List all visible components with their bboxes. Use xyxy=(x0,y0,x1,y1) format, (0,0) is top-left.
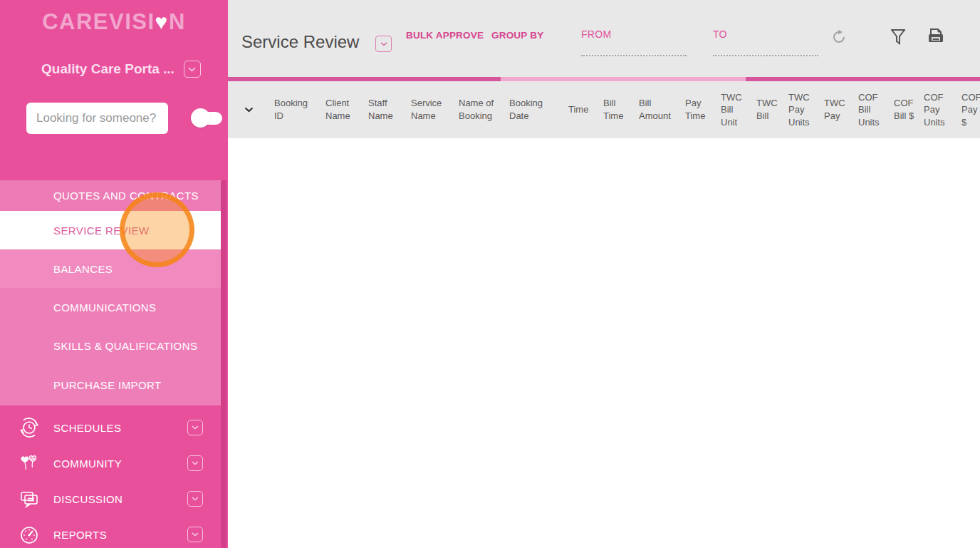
chat-bubbles-icon xyxy=(18,487,41,510)
sidebar-item-purchase-import[interactable]: PURCHASE IMPORT xyxy=(0,365,221,405)
community-expand-button[interactable] xyxy=(187,455,203,471)
sidebar-item-quotes-and-contracts[interactable]: QUOTES AND CONTRACTS xyxy=(0,180,221,211)
portal-selector[interactable]: Quality Care Porta ... xyxy=(41,61,228,78)
to-label: TO xyxy=(713,29,727,40)
sidebar-item-schedules[interactable]: SCHEDULES xyxy=(0,410,221,445)
column-header-booking-date[interactable]: Booking Date xyxy=(504,97,557,122)
column-header-pay-time[interactable]: Pay Time xyxy=(680,97,716,122)
to-date-input[interactable] xyxy=(713,43,818,56)
sidebar-item-skills-and-qualifications[interactable]: SKILLS & QUALIFICATIONS xyxy=(0,326,221,365)
sidebar-item-balances[interactable]: BALANCES xyxy=(0,249,221,288)
from-date-field: FROM xyxy=(581,28,687,56)
column-header-staff-name[interactable]: Staff Name xyxy=(363,97,406,122)
main-content: Service Review BULK APPROVE GROUP BY FRO… xyxy=(228,0,980,548)
sidebar-item-service-review[interactable]: SERVICE REVIEW xyxy=(0,211,221,249)
column-header-booking-id[interactable]: Booking ID xyxy=(269,97,320,122)
heart-balloons-icon xyxy=(18,452,41,475)
schedules-expand-button[interactable] xyxy=(187,420,203,435)
logo-text-prefix: CAREVISI xyxy=(42,9,155,34)
column-header-twc-bill-unit[interactable]: TWC Bill Unit xyxy=(716,91,751,129)
expand-all-button[interactable] xyxy=(228,107,269,113)
print-icon xyxy=(927,28,945,46)
carevision-logo: CAREVISI♥N xyxy=(0,9,228,35)
toggle-knob xyxy=(191,108,210,128)
column-header-bill-amount[interactable]: Bill Amount xyxy=(634,97,680,122)
column-header-name-of-booking[interactable]: Name of Booking xyxy=(454,97,504,122)
page-title: Service Review xyxy=(241,32,359,52)
topbar: Service Review BULK APPROVE GROUP BY FRO… xyxy=(228,0,980,77)
group-by-button[interactable]: GROUP BY xyxy=(491,30,543,41)
column-header-client-name[interactable]: Client Name xyxy=(320,97,363,122)
sidebar-bottom-nav: SCHEDULES COMMUNITY xyxy=(0,410,221,548)
filter-icon xyxy=(891,29,905,45)
sidebar-scrollbar[interactable] xyxy=(221,180,226,548)
logo-text-suffix: N xyxy=(169,9,186,34)
chevron-down-icon xyxy=(380,42,387,46)
column-header-service-name[interactable]: Service Name xyxy=(406,97,454,122)
sidebar-item-reports[interactable]: REPORTS xyxy=(0,517,221,548)
sidebar-item-label: COMMUNICATIONS xyxy=(53,301,156,314)
table-header-row: Booking ID Client Name Staff Name Servic… xyxy=(228,81,980,138)
sidebar-item-label: QUOTES AND CONTRACTS xyxy=(53,190,199,202)
sidebar-item-discussion[interactable]: DISCUSSION xyxy=(0,481,221,517)
from-date-input[interactable] xyxy=(581,43,687,56)
search-row xyxy=(26,103,228,134)
chevron-down-icon xyxy=(192,425,199,430)
chevron-down-icon xyxy=(188,67,196,72)
column-header-twc-pay[interactable]: TWC Pay xyxy=(819,97,853,122)
search-toggle[interactable] xyxy=(191,108,222,128)
discussion-expand-button[interactable] xyxy=(187,491,203,507)
sidebar-item-label: COMMUNITY xyxy=(53,457,122,470)
table-body-empty xyxy=(228,138,980,548)
to-date-field: TO xyxy=(713,28,818,56)
from-label: FROM xyxy=(581,29,611,40)
chevron-down-icon xyxy=(192,497,199,501)
sidebar-item-communications[interactable]: COMMUNICATIONS xyxy=(0,288,221,326)
bulk-approve-button[interactable]: BULK APPROVE xyxy=(406,30,484,41)
column-header-cof-pay-dollars[interactable]: COF Pay $ xyxy=(956,91,980,129)
gauge-icon xyxy=(18,523,41,546)
sidebar-item-label: DISCUSSION xyxy=(53,493,123,505)
refresh-button[interactable] xyxy=(828,26,850,48)
sidebar-item-label: BALANCES xyxy=(53,263,113,275)
refresh-icon xyxy=(831,29,847,45)
column-header-twc-bill[interactable]: TWC Bill xyxy=(751,97,783,122)
sidebar-item-label: SKILLS & QUALIFICATIONS xyxy=(53,340,197,352)
column-header-cof-bill-dollars[interactable]: COF Bill $ xyxy=(889,97,919,122)
title-dropdown-button[interactable] xyxy=(375,36,392,52)
sidebar-item-label: REPORTS xyxy=(53,529,107,541)
sidebar-item-label: SCHEDULES xyxy=(53,422,121,434)
sidebar-submenu: QUOTES AND CONTRACTS SERVICE REVIEW BALA… xyxy=(0,180,221,405)
app-window: CAREVISI♥N Quality Care Porta ... QUOTES… xyxy=(0,0,980,548)
search-input[interactable] xyxy=(26,103,168,134)
column-header-cof-bill-units[interactable]: COF Bill Units xyxy=(853,91,889,129)
clock-refresh-icon xyxy=(18,416,41,439)
print-button[interactable] xyxy=(924,26,947,48)
column-header-twc-pay-units[interactable]: TWC Pay Units xyxy=(783,91,819,129)
chevron-down-icon xyxy=(244,107,254,113)
column-header-bill-time[interactable]: Bill Time xyxy=(598,97,634,122)
sidebar-item-community[interactable]: COMMUNITY xyxy=(0,445,221,481)
column-header-time[interactable]: Time xyxy=(557,103,598,116)
sidebar-item-label: SERVICE REVIEW xyxy=(53,224,150,237)
reports-expand-button[interactable] xyxy=(187,527,203,542)
column-header-cof-pay-units[interactable]: COF Pay Units xyxy=(919,91,956,129)
portal-chevron-button[interactable] xyxy=(184,61,201,78)
portal-selector-label: Quality Care Porta ... xyxy=(41,61,174,77)
filter-button[interactable] xyxy=(887,26,909,48)
chevron-down-icon xyxy=(192,532,199,537)
sidebar-item-label: PURCHASE IMPORT xyxy=(53,379,162,391)
chevron-down-icon xyxy=(192,461,199,465)
sidebar: CAREVISI♥N Quality Care Porta ... QUOTES… xyxy=(0,0,228,548)
heart-icon: ♥ xyxy=(155,10,169,33)
